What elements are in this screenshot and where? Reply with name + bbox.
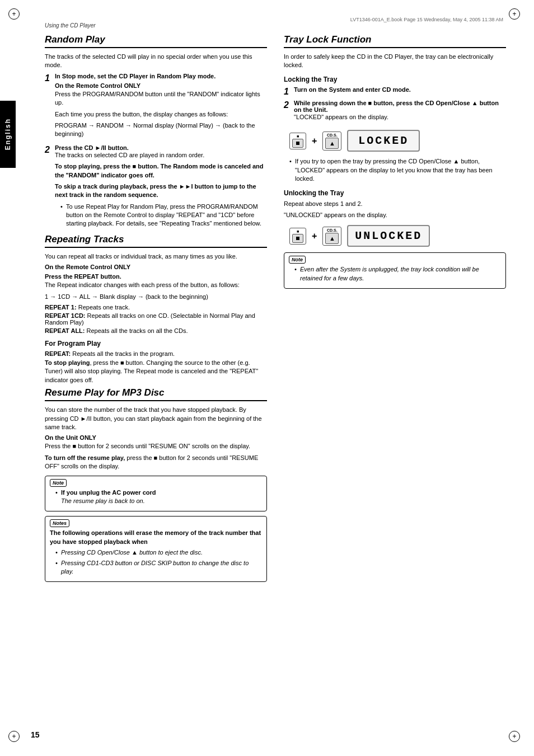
program-repeat-label: REPEAT:	[45, 350, 71, 357]
corner-mark-tr	[509, 8, 526, 25]
plus-sign-unlocked: +	[312, 231, 317, 241]
resume-play-intro: You can store the number of the track th…	[45, 406, 267, 431]
repeatall: REPEAT ALL: Repeats all the tracks on al…	[45, 327, 267, 334]
lock-step1: 1 Turn on the System and enter CD mode.	[284, 86, 506, 97]
open-close-btn-label: CD.S.	[327, 133, 338, 137]
lock-step2-body: "LOCKED" appears on the display.	[294, 113, 506, 121]
locking-note-bullets: If you try to open the tray by pressing …	[284, 157, 506, 183]
random-play-section: Random Play The tracks of the selected C…	[45, 34, 267, 231]
tray-lock-note-bullet: Even after the System is unplugged, the …	[294, 265, 501, 283]
note1-bullet: If you unplug the AC power cord The resu…	[55, 489, 262, 506]
resume-body1: Press the ■ button for 2 seconds until "…	[45, 442, 267, 450]
repeat1-label: REPEAT 1:	[45, 304, 77, 311]
open-close-btn-visual: ▲	[325, 138, 339, 149]
step1-sequence: PROGRAM → RANDOM → Normal display (Norma…	[55, 121, 267, 139]
stop-playing-label: To stop playing	[45, 359, 90, 366]
tray-lock-section: Tray Lock Function In order to safely ke…	[284, 34, 506, 289]
plus-sign-locked: +	[312, 136, 317, 146]
step1-content: In Stop mode, set the CD Player in Rando…	[55, 73, 267, 142]
locking-note1: If you try to open the tray by pressing …	[289, 157, 506, 183]
lock-step2-num: 2	[284, 100, 292, 110]
corner-circle-bl	[8, 731, 20, 742]
stop-square	[296, 142, 299, 145]
locking-heading: Locking the Tray	[284, 76, 506, 83]
step2-stop: To stop playing, press the ■ button. The…	[55, 162, 267, 180]
tray-lock-note-bullets: Even after the System is unplugged, the …	[289, 265, 501, 283]
step2-skip: To skip a track during playback, press t…	[55, 182, 267, 200]
step2-body1: The tracks on selected CD are played in …	[55, 151, 267, 159]
lock-step2-content: While pressing down the ■ button, press …	[294, 100, 506, 124]
open-close-btn-label2: CD.S.	[327, 228, 338, 232]
skip-label: To skip a track during playback, press t…	[55, 183, 256, 198]
section-header: Using the CD Player	[45, 22, 506, 29]
stop-btn-visual2	[292, 234, 303, 243]
page: LVT1346-001A_E.book Page 15 Wednesday, M…	[0, 0, 534, 756]
turn-off-label: To turn off the resume play,	[45, 454, 125, 461]
note2-bullets: Pressing CD Open/Close ▲ button to eject…	[50, 548, 262, 576]
repeat1-value: Repeats one track.	[78, 304, 130, 311]
resume-sublabel: On the Unit ONLY	[45, 434, 267, 441]
repeat1cd: REPEAT 1CD: Repeats all tracks on one CD…	[45, 312, 267, 326]
step1-heading: In Stop mode, set the CD Player in Rando…	[55, 73, 216, 79]
resume-note1: Note If you unplug the AC power cord The…	[45, 476, 267, 512]
repeating-tracks-title: Repeating Tracks	[45, 234, 267, 248]
stop-button-icon: ■	[289, 133, 306, 149]
unlocking-heading: Unlocking the Tray	[284, 189, 506, 197]
step2-content: Press the CD ►/II button. The tracks on …	[55, 144, 267, 231]
resume-play-title: Resume Play for MP3 Disc	[45, 387, 267, 401]
file-info: LVT1346-001A_E.book Page 15 Wednesday, M…	[350, 17, 503, 22]
stop-btn-visual	[292, 139, 303, 148]
tray-lock-title: Tray Lock Function	[284, 34, 506, 48]
note1-bullet-label: If you unplug the AC power cord	[61, 489, 156, 496]
program-play-heading: For Program Play	[45, 340, 267, 348]
repeat1: REPEAT 1: Repeats one track.	[45, 304, 267, 311]
note2-bullet1: Pressing CD Open/Close ▲ button to eject…	[55, 548, 262, 557]
corner-mark-bl	[8, 731, 25, 748]
sidebar-label: English	[4, 118, 12, 150]
lock-step1-text: Turn on the System and enter CD mode.	[294, 86, 411, 93]
eject-symbol2: ▲	[329, 235, 335, 242]
stop-btn-label2: ■	[297, 229, 299, 233]
note1-bullets: If you unplug the AC power cord The resu…	[50, 489, 262, 506]
random-play-step2: 2 Press the CD ►/II button. The tracks o…	[45, 144, 267, 231]
repeating-body1: The Repeat indicator changes with each p…	[45, 281, 267, 289]
step1-sublabel: On the Remote Control ONLY	[55, 82, 267, 89]
random-play-step1: 1 In Stop mode, set the CD Player in Ran…	[45, 73, 267, 142]
note2-heading: The following operations will erase the …	[50, 529, 262, 546]
note1-bullet-italic: The resume play is back to on.	[61, 497, 145, 504]
resume-turn-off: To turn off the resume play, press the ■…	[45, 454, 267, 471]
repeating-tracks-section: Repeating Tracks You can repeat all trac…	[45, 234, 267, 384]
step1-num: 1	[45, 73, 53, 83]
open-close-btn-visual2: ▲	[325, 233, 339, 244]
note1-header: Note	[50, 479, 262, 487]
repeatall-value: Repeats all the tracks on all the CDs.	[87, 327, 188, 334]
main-content: Random Play The tracks of the selected C…	[45, 34, 506, 586]
corner-mark-tl	[8, 8, 25, 25]
open-close-button-icon: CD.S. ▲	[322, 132, 341, 151]
tray-lock-intro: In order to safely keep the CD in the CD…	[284, 53, 506, 70]
corner-circle-tl	[8, 8, 20, 20]
corner-mark-br	[509, 731, 526, 748]
open-close-button-icon2: CD.S. ▲	[322, 227, 341, 246]
stop-btn-label: ■	[297, 134, 299, 138]
note1-icon: Note	[50, 479, 67, 487]
stop-label: To stop playing, press the ■ button. The…	[55, 163, 264, 178]
note2-header: Notes	[50, 519, 262, 527]
eject-symbol: ▲	[329, 140, 335, 147]
unlocking-body2: "UNLOCKED" appears on the display.	[284, 211, 506, 219]
stop-square2	[296, 237, 299, 240]
tray-lock-note-icon: Note	[289, 256, 306, 264]
note2-icon: Notes	[50, 519, 69, 527]
lock-step1-content: Turn on the System and enter CD mode.	[294, 86, 506, 93]
corner-circle-br	[509, 731, 520, 742]
note2-bullet2: Pressing CD1-CD3 button or DISC SKIP but…	[55, 559, 262, 576]
locked-display: LOCKED	[347, 130, 420, 152]
repeatall-label: REPEAT ALL:	[45, 327, 85, 334]
step2-bullets: To use Repeat Play for Random Play, pres…	[55, 203, 267, 228]
repeating-sequence: 1 → 1CD → ALL → Blank display → (back to…	[45, 293, 267, 301]
corner-circle-tr	[509, 8, 520, 20]
lock-step1-num: 1	[284, 86, 292, 97]
step2-heading: Press the CD ►/II button.	[55, 144, 129, 151]
bullet1: To use Repeat Play for Random Play, pres…	[60, 203, 267, 228]
left-column: Random Play The tracks of the selected C…	[45, 34, 267, 586]
